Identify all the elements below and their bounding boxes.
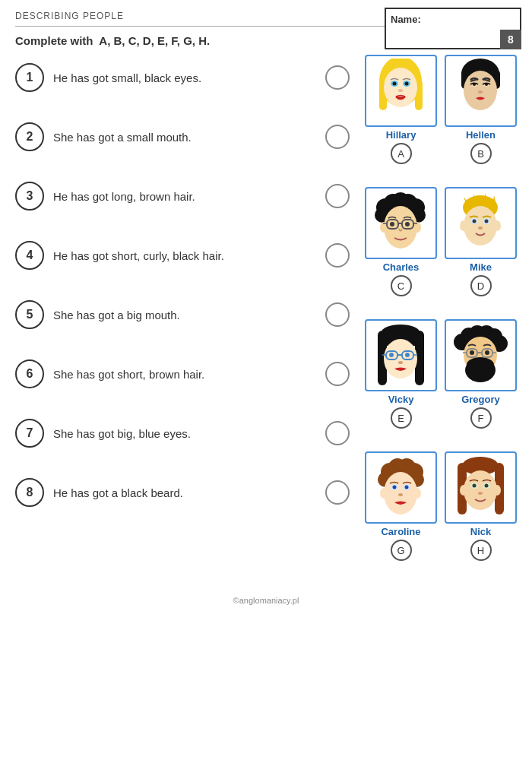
face-card-mike: Mike D [445, 187, 517, 296]
svg-point-43 [460, 220, 467, 231]
svg-point-60 [389, 353, 394, 357]
question-row-8: 8 He has got a black beard. [15, 470, 350, 515]
face-letter-b: B [470, 143, 492, 164]
svg-point-62 [398, 361, 403, 364]
face-image-nick [445, 451, 517, 524]
svg-point-49 [478, 226, 483, 230]
face-pair-ab: Hillary A [365, 55, 524, 164]
svg-point-77 [470, 350, 474, 355]
q-number-2: 2 [15, 122, 44, 151]
footer: ©anglomaniacy.pl [0, 584, 532, 613]
svg-point-7 [405, 82, 409, 86]
q-answer-circle-2[interactable] [325, 125, 350, 149]
name-box: Name: 8 [385, 8, 521, 49]
svg-point-91 [405, 486, 409, 489]
svg-point-18 [485, 83, 488, 86]
q-number-7: 7 [15, 419, 44, 448]
face-card-vicky: Vicky E [365, 319, 437, 429]
face-card-gregory: Gregory F [445, 319, 517, 429]
q-answer-circle-8[interactable] [325, 480, 350, 505]
face-letter-d: D [470, 275, 492, 296]
q-text-7: She has got big, blue eyes. [53, 426, 318, 442]
face-image-hillary [365, 55, 437, 127]
q-answer-circle-5[interactable] [325, 302, 350, 327]
face-name-nick: Nick [445, 526, 517, 537]
q-answer-circle-3[interactable] [325, 184, 350, 208]
face-name-charles: Charles [365, 261, 437, 273]
number-badge: 8 [500, 30, 521, 49]
svg-point-101 [473, 484, 477, 488]
instructions-prefix: Complete with [15, 34, 93, 47]
svg-point-86 [380, 488, 388, 499]
question-row-4: 4 He has got short, curly, black hair. [15, 233, 350, 278]
q-answer-circle-6[interactable] [325, 362, 350, 386]
svg-point-3 [384, 68, 417, 107]
q-text-5: She has got a big mouth. [53, 307, 318, 323]
face-card-charles: Charles C [365, 187, 437, 296]
face-name-gregory: Gregory [445, 394, 517, 405]
svg-point-90 [393, 486, 397, 489]
main-content: 1 He has got small, black eyes. 2 She ha… [0, 55, 532, 584]
q-text-3: He has got long, brown hair. [53, 188, 318, 204]
svg-point-35 [390, 222, 394, 226]
face-pair-gh: Caroline G [365, 451, 524, 561]
svg-point-8 [398, 89, 403, 92]
svg-point-98 [493, 485, 501, 496]
question-row-3: 3 He has got long, brown hair. [15, 173, 350, 219]
q-answer-circle-4[interactable] [325, 243, 350, 268]
q-number-4: 4 [15, 241, 44, 270]
svg-point-71 [467, 357, 494, 372]
svg-point-48 [485, 220, 489, 223]
q-number-3: 3 [15, 182, 44, 211]
svg-point-47 [473, 220, 477, 223]
face-card-hillary: Hillary A [365, 55, 437, 164]
face-card-nick: Nick H [445, 451, 517, 561]
face-card-caroline: Caroline G [365, 451, 437, 561]
question-row-2: 2 She has got a small mouth. [15, 114, 350, 160]
face-image-mike [445, 187, 517, 259]
q-number-6: 6 [15, 359, 44, 388]
face-image-caroline [365, 451, 437, 524]
q-text-8: He has got a black beard. [53, 485, 318, 501]
svg-point-102 [485, 484, 489, 488]
svg-point-44 [493, 220, 501, 231]
svg-point-17 [473, 83, 476, 86]
q-answer-circle-7[interactable] [325, 421, 350, 445]
svg-point-61 [405, 353, 410, 357]
q-text-1: He has got small, black eyes. [53, 70, 318, 86]
face-letter-h: H [470, 540, 492, 561]
svg-point-19 [478, 90, 483, 93]
svg-point-96 [464, 470, 497, 510]
name-label: Name: [391, 14, 515, 25]
svg-point-6 [393, 82, 397, 86]
face-image-vicky [365, 319, 437, 391]
face-letter-e: E [391, 407, 412, 429]
face-letter-c: C [391, 275, 412, 296]
question-row-5: 5 She has got a big mouth. [15, 292, 350, 337]
q-text-4: He has got short, curly, black hair. [53, 248, 318, 264]
questions-column: 1 He has got small, black eyes. 2 She ha… [8, 55, 357, 584]
face-pair-cd: Charles C [365, 187, 524, 296]
face-letter-f: F [470, 407, 492, 429]
face-name-hillary: Hillary [365, 129, 437, 141]
svg-point-36 [405, 222, 410, 226]
face-image-gregory [445, 319, 517, 391]
face-name-hellen: Hellen [445, 129, 517, 141]
svg-point-92 [398, 493, 403, 496]
face-letter-a: A [391, 143, 412, 164]
q-answer-circle-1[interactable] [325, 65, 350, 90]
face-card-hellen: Hellen B [445, 55, 517, 164]
svg-point-103 [478, 492, 483, 495]
q-number-5: 5 [15, 300, 44, 329]
instructions-letters: A, B, C, D, E, F, G, H. [99, 34, 210, 47]
face-pair-ef: Vicky E [365, 319, 524, 429]
svg-point-97 [460, 485, 467, 496]
question-row-6: 6 She has got short, brown hair. [15, 351, 350, 397]
q-number-1: 1 [15, 63, 44, 92]
question-row-7: 7 She has got big, blue eyes. [15, 410, 350, 456]
q-text-6: She has got short, brown hair. [53, 366, 318, 382]
q-number-8: 8 [15, 478, 44, 507]
question-row-1: 1 He has got small, black eyes. [15, 55, 350, 100]
face-name-vicky: Vicky [365, 394, 437, 405]
q-text-2: She has got a small mouth. [53, 129, 318, 145]
